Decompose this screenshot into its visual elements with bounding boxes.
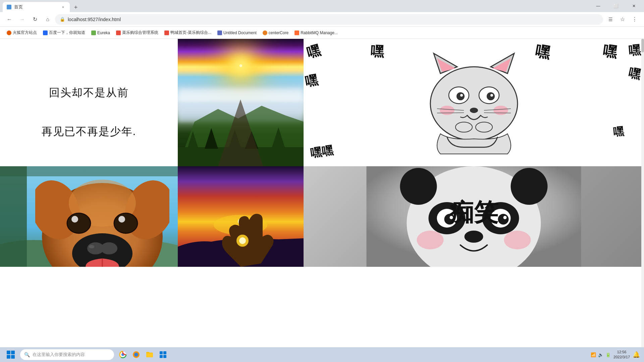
svg-point-69 <box>134 353 138 357</box>
svg-point-62 <box>503 216 507 219</box>
battery-icon: 🔋 <box>605 352 611 357</box>
dog-svg <box>35 170 169 267</box>
svg-point-64 <box>417 231 444 249</box>
folder-icon <box>146 351 154 359</box>
new-tab-button[interactable]: + <box>71 3 80 12</box>
svg-point-18 <box>490 94 493 97</box>
cat-svg <box>420 43 528 157</box>
svg-rect-71 <box>163 351 166 354</box>
svg-point-60 <box>498 214 509 225</box>
calligraphy-text: 回头却不是从前 再见已不再是少年. <box>42 64 136 141</box>
panda-meme-text: 痴笑 <box>450 196 498 229</box>
security-icon: 🔒 <box>60 17 65 22</box>
scrollbar[interactable] <box>641 39 644 362</box>
tab-area: 首页 × + <box>3 0 589 12</box>
svg-rect-73 <box>163 355 166 358</box>
maximize-button[interactable]: ⬜ <box>608 0 624 12</box>
settings-button[interactable]: ⋮ <box>629 14 640 25</box>
taskbar-chrome[interactable] <box>117 349 129 361</box>
hand-svg <box>194 186 288 267</box>
svg-point-17 <box>460 94 463 97</box>
bookmark-label: centerCore <box>269 31 288 35</box>
taskbar-right: 📶 🔈 🔋 12:56 2022/3/17 🔔 <box>591 350 640 360</box>
bookmark-centercore[interactable]: centerCore <box>260 29 291 37</box>
svg-point-42 <box>114 213 138 233</box>
home-button[interactable]: ⌂ <box>42 14 53 25</box>
bookmark-favicon <box>217 31 222 35</box>
svg-point-15 <box>457 92 465 100</box>
calligraphy-line1: 回头却不是从前 <box>49 86 129 99</box>
meme-text-1: 嘿 <box>602 41 618 62</box>
tab-title: 首页 <box>14 4 23 10</box>
taskbar-time-display: 12:56 <box>613 350 630 355</box>
sound-icon: 🔈 <box>598 352 603 357</box>
svg-point-53 <box>400 168 437 205</box>
minimize-button[interactable]: — <box>591 0 606 12</box>
extensions-button[interactable]: ☰ <box>605 14 616 25</box>
cat-meme-image: 嘿 嘿 嘿 嘿 嘿 嘿 嘿嘿 嘿 嘿 <box>304 39 644 166</box>
scroll-thumb[interactable] <box>641 39 644 52</box>
tab-close-button[interactable]: × <box>60 4 66 10</box>
taskbar-search[interactable]: 🔍 在这里输入你要搜索的内容 <box>20 349 114 360</box>
bookmark-favicon <box>294 31 299 35</box>
tab-favicon <box>7 5 11 9</box>
taskbar-firefox[interactable] <box>130 349 142 361</box>
meme-text-tl: 嘿 <box>305 41 323 62</box>
bookmark-label: 火狐官方站点 <box>13 30 37 36</box>
firefox-icon <box>132 351 140 359</box>
bookmark-favicon <box>43 31 48 35</box>
bookmark-firefox[interactable]: 火狐官方站点 <box>4 28 40 37</box>
panda-meme-image: 痴笑 <box>304 166 644 267</box>
taskbar: 🔍 在这里输入你要搜索的内容 <box>0 347 644 362</box>
cat-meme-bg: 嘿 嘿 嘿 嘿 嘿 嘿 嘿嘿 嘿 嘿 <box>304 39 644 166</box>
svg-point-16 <box>487 92 495 100</box>
bookmark-caile[interactable]: 菜乐购综合管理系统 <box>113 28 161 37</box>
browser-window: 首页 × + — ⬜ ✕ ← → ↻ ⌂ 🔒 localhost:9527/in… <box>0 0 644 362</box>
svg-point-50 <box>239 237 246 244</box>
taskbar-apps <box>117 349 169 361</box>
meme-text-6: 嘿 <box>627 65 642 83</box>
chrome-icon <box>119 351 127 359</box>
bookmark-untitled[interactable]: Untitled Document <box>215 29 259 37</box>
bookmark-rabbitmq[interactable]: RabbitMQ Manage... <box>292 29 340 37</box>
refresh-button[interactable]: ↻ <box>30 14 40 25</box>
bookmark-eureka[interactable]: Eureka <box>89 29 113 37</box>
taskbar-date-display: 2022/3/17 <box>613 355 630 360</box>
calligraphy-line2: 再见已不再是少年. <box>42 125 136 137</box>
taskbar-clock[interactable]: 12:56 2022/3/17 <box>613 350 630 360</box>
back-button[interactable]: ← <box>4 14 15 25</box>
system-icons: 📶 🔈 🔋 <box>591 352 611 357</box>
close-button[interactable]: ✕ <box>626 0 641 12</box>
bookmark-label: Eureka <box>97 31 110 35</box>
meme-text-tr: 嘿 <box>534 41 552 63</box>
bookmark-baidu[interactable]: 百度一下，你就知道 <box>40 28 88 37</box>
bookmark-label: Untitled Document <box>223 31 257 35</box>
mountain-sunset-image <box>178 39 304 166</box>
bookmark-button[interactable]: ☆ <box>617 14 628 25</box>
meme-text-5: 嘿嘿 <box>309 142 334 161</box>
svg-point-65 <box>504 231 531 249</box>
active-tab[interactable]: 首页 × <box>3 2 70 12</box>
bookmark-label: 百度一下，你就知道 <box>49 30 85 36</box>
dog-image <box>0 166 178 267</box>
svg-point-63 <box>465 231 483 243</box>
calligraphy-cell: 回头却不是从前 再见已不再是少年. <box>0 39 178 166</box>
svg-line-23 <box>437 113 464 113</box>
svg-point-26 <box>455 122 472 132</box>
taskbar-app4[interactable] <box>157 349 169 361</box>
notification-button[interactable]: 🔔 <box>633 351 640 358</box>
taskbar-explorer[interactable] <box>144 349 156 361</box>
bookmark-yacheng[interactable]: 鸭城首页-菜乐购综合... <box>162 28 214 37</box>
forward-button[interactable]: → <box>17 14 28 25</box>
window-controls: — ⬜ ✕ <box>591 0 641 12</box>
title-bar: 首页 × + — ⬜ ✕ <box>0 0 644 12</box>
bookmark-label: 菜乐购综合管理系统 <box>122 30 158 36</box>
bookmark-favicon <box>164 31 169 35</box>
start-button[interactable] <box>4 348 17 361</box>
app4-icon <box>159 351 167 359</box>
sun-rays <box>239 64 242 67</box>
bookmark-favicon <box>263 31 267 35</box>
address-bar[interactable]: 🔒 localhost:9527/index.html <box>55 14 603 25</box>
bookmark-favicon <box>91 31 96 35</box>
svg-point-19 <box>470 108 478 113</box>
